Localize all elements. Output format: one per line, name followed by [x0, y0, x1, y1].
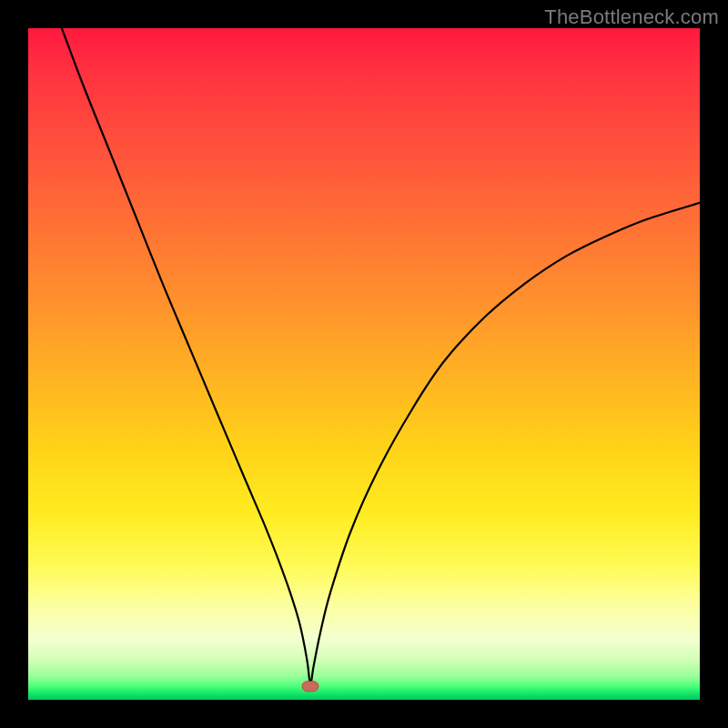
- bottleneck-curve: [28, 28, 700, 700]
- watermark-text: TheBottleneck.com: [544, 5, 719, 29]
- chart-frame: TheBottleneck.com: [0, 0, 728, 728]
- plot-area: [28, 28, 700, 700]
- optimum-marker: [302, 682, 318, 692]
